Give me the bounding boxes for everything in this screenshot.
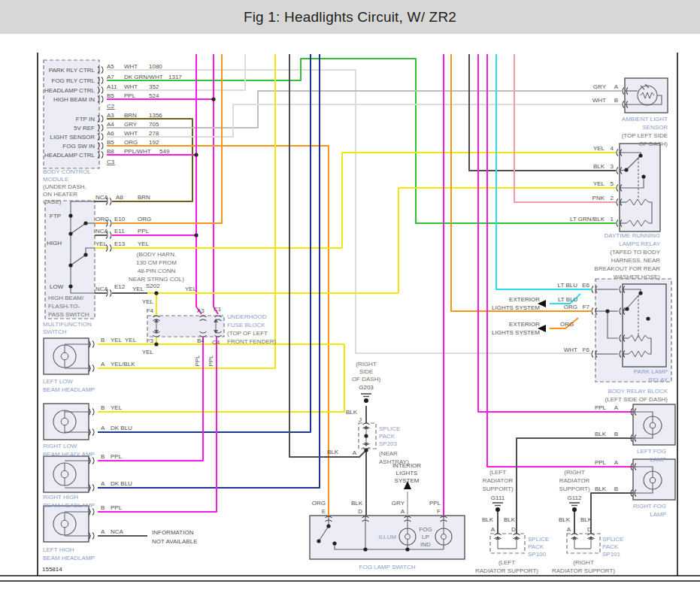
label-yel: YEL (142, 349, 154, 355)
label-sp203: SP203 (379, 440, 398, 447)
label-not-available: NOT AVAILABLE (152, 538, 197, 545)
junction-dot (625, 307, 629, 310)
junction-dot (68, 231, 72, 235)
label-a4: A4 (107, 121, 114, 128)
wire-rightfog-b-blk (591, 493, 632, 534)
label-beam-headlamp: BEAM HEADLAMP (43, 555, 95, 561)
label-nca: NCA (95, 194, 109, 201)
label-body-relay-block: BODY RELAY BLOCK (608, 388, 668, 395)
label-illum: ILLUM (378, 534, 396, 540)
label-c2: C2 (107, 103, 115, 110)
label-blk: BLK (559, 516, 571, 523)
label-a5: A5 (107, 63, 114, 70)
label-lt-grn-blk: LT GRN/BLK (570, 216, 605, 222)
label-gry: GRY (593, 83, 607, 90)
figure-title: Fig 1: Headlights Circuit, W/ ZR2 (0, 0, 700, 34)
label-ftp-in: FTP IN (76, 116, 95, 123)
label-wht: WHT (124, 130, 138, 137)
label-a3: A3 (107, 112, 114, 119)
junction-dot (68, 213, 72, 217)
label-washer-hose: WASHER HOSE) (614, 274, 661, 280)
label-daytime-running: DAYTIME RUNNING (604, 232, 660, 239)
label-192: 192 (149, 139, 159, 146)
label-low: LOW (50, 283, 64, 290)
wire-a6-wht-278 (107, 104, 622, 137)
diagram-id: 155814 (42, 566, 62, 573)
junction-dot (154, 342, 158, 346)
label-e10: E10 (114, 216, 126, 222)
label-352: 352 (149, 83, 159, 90)
label-4: 4 (611, 145, 614, 152)
label-1080: 1080 (149, 63, 162, 70)
label-body-control: BODY CONTROL (43, 168, 91, 175)
label-side: SIDE (359, 368, 374, 375)
label-278: 278 (149, 130, 159, 137)
label-lamps-relay: LAMPS RELAY (619, 241, 661, 247)
label-ambient-light: AMBIENT LIGHT (622, 116, 668, 123)
wire-a7-dkgrnwht-1317 (107, 59, 616, 223)
label-beam-headlamp: BEAM HEADLAMP (43, 451, 95, 458)
label-information: INFORMATION (152, 529, 194, 536)
label-yel: YEL (142, 298, 154, 305)
label-exterior: EXTERIOR (509, 296, 540, 303)
right-high-beam-box (44, 456, 89, 492)
label-lt-blu: LT BLU (558, 296, 578, 303)
label-ashtray: ASHTRAY) (379, 458, 409, 465)
label-a: A (101, 425, 105, 431)
label-b8: B8 (107, 148, 114, 155)
junction-dot (641, 174, 645, 178)
label-sensor: SENSOR (642, 124, 668, 131)
left-high-beam-box (44, 506, 89, 542)
sp100-box (490, 534, 525, 553)
label-1: 1 (611, 216, 614, 222)
label-yel: YEL (185, 286, 197, 292)
label-g112: G112 (568, 495, 583, 501)
label-splice: SPLICE (602, 536, 623, 543)
wire-ppl-to-c1 (214, 54, 218, 314)
label-lights: LIGHTS (396, 470, 418, 477)
label-ppl-wht: PPL/WHT (124, 148, 151, 155)
label-e: E (322, 508, 326, 515)
label-s202: S202 (146, 283, 160, 289)
label-high: HIGH (47, 240, 62, 247)
label-lt-blu: LT BLU (558, 282, 578, 289)
label-a11: A11 (107, 83, 117, 90)
label-a: A (614, 459, 619, 466)
g203-ground-dot (364, 398, 368, 403)
label-dk-blu: DK BLU (111, 425, 132, 431)
label-blk: BLK (580, 516, 592, 523)
label-b: B (101, 337, 105, 343)
label-yel: YEL (95, 241, 108, 247)
left-fog-lamp-box (633, 404, 675, 445)
label-gry: GRY (124, 121, 138, 128)
label-fog-sw-in: FOG SW IN (62, 143, 95, 150)
label-yel: YEL (111, 337, 123, 343)
label-nca: NCA (111, 528, 124, 535)
label-fog-lamp-switch: FOG LAMP SWITCH (359, 564, 416, 570)
label-b: B (614, 431, 618, 437)
label-exterior: EXTERIOR (509, 321, 540, 328)
label-f3: F3 (147, 337, 154, 344)
label-wht: WHT (592, 97, 606, 104)
label-yel: YEL (593, 145, 605, 152)
label-a6: A6 (107, 130, 114, 137)
label-pack: PACK (379, 433, 395, 440)
label-ppl: PPL (138, 228, 150, 234)
label-system: SYSTEM (395, 477, 420, 484)
label-g111: G111 (491, 495, 505, 501)
label-relay: RELAY (648, 377, 668, 383)
label-front-fender: FRONT FENDER) (227, 338, 277, 345)
label-case: CASE) (43, 198, 62, 205)
label-park-rly-ctrl: PARK RLY CTRL (49, 67, 95, 74)
label-ppl: PPL (111, 453, 123, 460)
label-brn: BRN (124, 112, 137, 119)
label-c3: C3 (107, 159, 115, 165)
label-taped-to-body: (TAPED TO BODY (610, 249, 660, 256)
label-sp100: SP100 (528, 551, 547, 558)
label-c1: C1 (214, 306, 222, 313)
junction-dot (332, 541, 336, 545)
label-headlamp-ctrl: HEADLAMP CTRL (44, 152, 95, 159)
label-a7: A7 (107, 74, 114, 80)
label-pnk: PNK (592, 195, 605, 201)
label-fog-rly-ctrl: FOG RLY CTRL (52, 77, 95, 84)
